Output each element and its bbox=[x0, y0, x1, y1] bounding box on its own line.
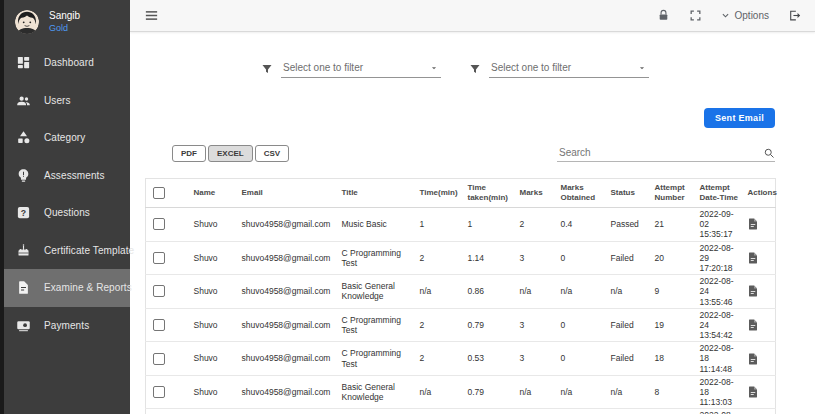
table-row: Shuvo shuvo4958@gmail.com C Programming … bbox=[146, 409, 776, 414]
cell-marks-obtained: n/a bbox=[558, 375, 608, 409]
column-header-marks[interactable]: Marks bbox=[517, 179, 558, 208]
cell-title: C Programming Test bbox=[339, 409, 417, 414]
column-header-status[interactable]: Status bbox=[608, 179, 652, 208]
cell-status: Passed bbox=[608, 208, 652, 242]
reports-icon bbox=[16, 280, 31, 295]
cell-marks-obtained: n/a bbox=[558, 275, 608, 309]
logout-icon[interactable] bbox=[788, 9, 801, 22]
column-header-email[interactable]: Email bbox=[239, 179, 339, 208]
lock-icon[interactable] bbox=[657, 9, 670, 22]
row-checkbox[interactable] bbox=[153, 319, 165, 331]
cell-marks: 3 bbox=[517, 409, 558, 414]
attempt-time: 11:13:03 bbox=[700, 397, 742, 407]
fullscreen-icon[interactable] bbox=[689, 9, 702, 22]
cell-email: shuvo4958@gmail.com bbox=[239, 275, 339, 309]
table-row: Shuvo shuvo4958@gmail.com Basic General … bbox=[146, 375, 776, 409]
report-document-icon[interactable] bbox=[748, 252, 773, 264]
report-document-icon[interactable] bbox=[748, 218, 773, 230]
sidebar-item-users[interactable]: Users bbox=[0, 82, 130, 120]
sidebar-item-questions[interactable]: ? Questions bbox=[0, 194, 130, 232]
export-button-csv[interactable]: CSV bbox=[255, 145, 289, 162]
attempt-time: 13:54:42 bbox=[700, 330, 742, 340]
menu-icon[interactable] bbox=[144, 8, 159, 23]
row-checkbox[interactable] bbox=[153, 353, 165, 365]
column-header-time-taken-min[interactable]: Time taken(min) bbox=[465, 179, 517, 208]
sidebar: Sangib Gold Dashboard Users Category bbox=[0, 0, 130, 414]
cell-name: Shuvo bbox=[191, 308, 239, 342]
cell-status: n/a bbox=[608, 375, 652, 409]
row-checkbox[interactable] bbox=[153, 386, 165, 398]
column-header-attempt-date-time[interactable]: Attempt Date-Time bbox=[697, 179, 745, 208]
column-header-actions[interactable]: Actions bbox=[745, 179, 776, 208]
assessments-icon bbox=[16, 168, 31, 183]
sidebar-item-category[interactable]: Category bbox=[0, 119, 130, 157]
export-button-excel[interactable]: EXCEL bbox=[208, 145, 253, 162]
cell-marks: 3 bbox=[517, 241, 558, 275]
report-document-icon[interactable] bbox=[748, 285, 773, 297]
options-dropdown[interactable]: Options bbox=[721, 10, 769, 21]
cell-attempt-number: 9 bbox=[652, 275, 697, 309]
sidebar-item-label: Questions bbox=[44, 207, 90, 218]
cell-time-taken: 0.79 bbox=[465, 375, 517, 409]
report-document-icon[interactable] bbox=[748, 319, 773, 331]
search-icon bbox=[763, 147, 775, 159]
cell-marks-obtained: 0 bbox=[558, 241, 608, 275]
attempt-time: 11:14:48 bbox=[700, 364, 742, 374]
topbar-actions: Options bbox=[657, 9, 801, 22]
cell-name: Shuvo bbox=[191, 409, 239, 414]
cell-title: C Programming Test bbox=[339, 342, 417, 376]
column-header-marks-obtained[interactable]: Marks Obtained bbox=[558, 179, 608, 208]
report-document-icon[interactable] bbox=[748, 353, 773, 365]
reports-table: Name Email Title Time(min) Time taken(mi… bbox=[145, 178, 776, 414]
filter-select-2[interactable]: Select one to filter bbox=[489, 62, 649, 78]
cell-time-min: n/a bbox=[417, 275, 465, 309]
cell-attempt-datetime: 2022-08-18 11:13:03 bbox=[697, 375, 745, 409]
sidebar-item-dashboard[interactable]: Dashboard bbox=[0, 44, 130, 82]
export-button-pdf[interactable]: PDF bbox=[172, 145, 206, 162]
sidebar-item-assessments[interactable]: Assessments bbox=[0, 157, 130, 195]
cell-attempt-number: 17 bbox=[652, 409, 697, 414]
sidebar-item-payments[interactable]: Payments bbox=[0, 307, 130, 345]
search-input[interactable] bbox=[557, 147, 763, 159]
column-header-name[interactable]: Name bbox=[191, 179, 239, 208]
attempt-date: 2022-08-18 bbox=[700, 377, 742, 397]
sent-email-button[interactable]: Sent Email bbox=[704, 108, 775, 128]
cell-status: n/a bbox=[608, 275, 652, 309]
cell-marks: n/a bbox=[517, 375, 558, 409]
cell-email: shuvo4958@gmail.com bbox=[239, 308, 339, 342]
cell-email: shuvo4958@gmail.com bbox=[239, 208, 339, 242]
cell-attempt-number: 20 bbox=[652, 241, 697, 275]
payments-icon bbox=[16, 318, 31, 333]
filter-select-1[interactable]: Select one to filter bbox=[281, 62, 441, 78]
cell-title: C Programming Test bbox=[339, 308, 417, 342]
column-header-title[interactable]: Title bbox=[339, 179, 417, 208]
email-row: Sent Email bbox=[145, 108, 775, 128]
row-checkbox[interactable] bbox=[153, 285, 165, 297]
column-header-time-min[interactable]: Time(min) bbox=[417, 179, 465, 208]
sidebar-item-label: Payments bbox=[44, 320, 89, 331]
main-area: Options Select one to filter bbox=[130, 0, 815, 414]
column-header-attempt-number[interactable]: Attempt Number bbox=[652, 179, 697, 208]
certificate-icon bbox=[16, 243, 31, 258]
attempt-time: 17:20:18 bbox=[700, 263, 742, 273]
cell-name: Shuvo bbox=[191, 241, 239, 275]
attempt-time: 15:35:17 bbox=[700, 229, 742, 239]
sidebar-item-label: Dashboard bbox=[44, 57, 94, 68]
row-checkbox[interactable] bbox=[153, 252, 165, 264]
cell-marks-obtained: 0.4 bbox=[558, 208, 608, 242]
select-all-checkbox[interactable] bbox=[153, 187, 165, 199]
sidebar-item-certificate-template[interactable]: Certificate Template bbox=[0, 232, 130, 270]
cell-email: shuvo4958@gmail.com bbox=[239, 342, 339, 376]
sidebar-item-examine-reports[interactable]: Examine & Reports bbox=[0, 269, 130, 307]
cell-marks-obtained: 0 bbox=[558, 342, 608, 376]
select-all-header bbox=[146, 179, 191, 208]
row-checkbox[interactable] bbox=[153, 218, 165, 230]
filter-select-1-placeholder: Select one to filter bbox=[283, 62, 363, 73]
cell-marks: 3 bbox=[517, 308, 558, 342]
cell-attempt-number: 8 bbox=[652, 375, 697, 409]
table-row: Shuvo shuvo4958@gmail.com Basic General … bbox=[146, 275, 776, 309]
questions-icon: ? bbox=[16, 205, 31, 220]
cell-marks-obtained: 1 bbox=[558, 409, 608, 414]
page-content: Select one to filter Select one to filte… bbox=[130, 32, 815, 414]
report-document-icon[interactable] bbox=[748, 386, 773, 398]
